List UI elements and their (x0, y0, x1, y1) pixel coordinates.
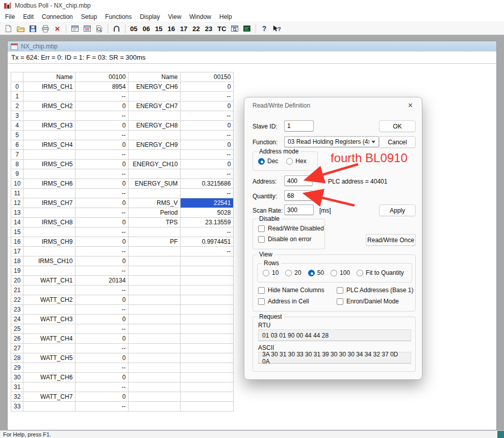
value-cell[interactable]: 0 (75, 295, 129, 305)
name-cell[interactable] (129, 276, 181, 286)
document-title-bar[interactable]: NX_chip.mbp (8, 41, 496, 51)
disable-disable-on-error-checkbox[interactable]: Disable on error (258, 236, 324, 243)
menu-window[interactable]: Window (185, 12, 215, 22)
menu-file[interactable]: File (1, 12, 19, 22)
name-cell[interactable] (23, 131, 75, 140)
value-cell[interactable]: -- (75, 344, 129, 353)
name-cell[interactable] (129, 392, 181, 402)
apply-button[interactable]: Apply (379, 204, 416, 216)
name-cell[interactable] (23, 111, 75, 121)
value-cell[interactable]: 0 (75, 315, 129, 324)
name-cell[interactable] (129, 111, 181, 121)
name-cell[interactable]: ENERGY_CH9 (129, 140, 181, 150)
name-cell[interactable] (129, 256, 181, 266)
ok-button[interactable]: OK (379, 120, 416, 132)
value-cell[interactable]: -- (181, 131, 234, 140)
function-06-button[interactable]: 06 (140, 25, 152, 33)
menu-help[interactable]: Help (215, 12, 236, 22)
address-mode-option-hex[interactable]: Hex (286, 158, 306, 165)
name-cell[interactable] (129, 92, 181, 101)
name-cell[interactable] (129, 334, 181, 344)
value-cell[interactable]: -- (181, 92, 234, 101)
value-cell[interactable] (181, 382, 234, 392)
name-cell[interactable]: IRMS_CH10 (23, 256, 75, 266)
menu-display[interactable]: Display (136, 12, 164, 22)
save-button[interactable] (27, 23, 39, 34)
quantity-input[interactable] (284, 190, 313, 201)
function-23-button[interactable]: 23 (203, 25, 214, 33)
name-cell[interactable] (129, 315, 181, 324)
value-cell[interactable]: -- (75, 131, 129, 140)
slave-id-input[interactable] (284, 120, 314, 132)
value-cell[interactable]: 0.9974451 (181, 237, 234, 247)
name-cell[interactable]: WATT_CH4 (23, 334, 75, 344)
name-cell[interactable] (23, 344, 75, 353)
name-cell[interactable]: IRMS_CH4 (23, 140, 75, 150)
value-cell[interactable]: -- (181, 169, 234, 179)
print-preview-button[interactable] (93, 23, 105, 34)
name-cell[interactable] (129, 169, 181, 179)
value-cell[interactable]: -- (181, 247, 234, 256)
name-cell[interactable] (23, 247, 75, 256)
value-cell[interactable]: -- (75, 169, 129, 179)
name-cell[interactable]: WATT_CH7 (23, 392, 75, 402)
name-cell[interactable] (129, 227, 181, 237)
value-cell[interactable]: 8954 (75, 82, 129, 92)
value-cell[interactable]: 0 (75, 218, 129, 227)
value-cell[interactable]: -- (181, 111, 234, 121)
close-icon[interactable]: × (406, 100, 415, 111)
function-17-button[interactable]: 17 (178, 25, 189, 33)
function-select[interactable]: 03 Read Holding Registers (4x) (284, 136, 379, 147)
value-cell[interactable]: 5028 (181, 208, 234, 218)
value-cell[interactable] (181, 305, 234, 315)
rows-option-50[interactable]: 50 (308, 269, 324, 276)
disable-read-write-disabled-checkbox[interactable]: Read/Write Disabled (258, 225, 324, 232)
rows-option-100[interactable]: 100 (331, 269, 350, 276)
view-enron-daniel-mode-checkbox[interactable]: Enron/Daniel Mode (337, 298, 413, 305)
name-cell[interactable] (23, 227, 75, 237)
value-cell[interactable]: -- (75, 111, 129, 121)
communication-window-button[interactable] (81, 23, 93, 34)
value-cell[interactable] (181, 266, 234, 276)
value-cell[interactable]: -- (75, 324, 129, 334)
value-cell[interactable]: 23.13559 (181, 218, 234, 227)
name-cell[interactable] (129, 305, 181, 315)
value-cell[interactable]: 0 (75, 373, 129, 382)
value-cell[interactable]: 0 (181, 140, 234, 150)
value-cell[interactable]: -- (181, 189, 234, 198)
name-cell[interactable] (23, 305, 75, 315)
name-cell[interactable]: ENERGY_SUM (129, 179, 181, 189)
value-cell[interactable] (181, 276, 234, 286)
name-cell[interactable]: WATT_CH5 (23, 353, 75, 363)
value-cell[interactable] (181, 286, 234, 295)
menu-edit[interactable]: Edit (19, 12, 38, 22)
name-cell[interactable] (129, 286, 181, 295)
communication-traffic-button[interactable] (241, 23, 253, 34)
value-cell[interactable]: 0 (75, 140, 129, 150)
name-cell[interactable] (129, 247, 181, 256)
name-cell[interactable]: WATT_CH6 (23, 373, 75, 382)
name-cell[interactable] (129, 373, 181, 382)
value-cell[interactable]: 0 (181, 82, 234, 92)
name-cell[interactable] (129, 150, 181, 160)
value-cell[interactable]: -- (75, 402, 129, 411)
name-cell[interactable]: WATT_CH2 (23, 295, 75, 305)
context-help-button[interactable]: ? (271, 23, 283, 34)
view-hide-name-columns-checkbox[interactable]: Hide Name Columns (258, 287, 336, 294)
value-cell[interactable] (181, 392, 234, 402)
value-cell[interactable]: -- (181, 227, 234, 237)
name-cell[interactable] (129, 363, 181, 373)
value-cell[interactable]: -- (75, 189, 129, 198)
address-input[interactable] (284, 175, 313, 186)
value-cell[interactable]: 0 (75, 334, 129, 344)
value-cell[interactable] (181, 324, 234, 334)
name-cell[interactable]: IRMS_CH6 (23, 179, 75, 189)
name-cell[interactable]: IRMS_CH2 (23, 101, 75, 111)
name-cell[interactable]: IRMS_CH5 (23, 160, 75, 169)
display-bar-button[interactable] (69, 23, 81, 34)
function-16-button[interactable]: 16 (165, 25, 177, 33)
name-cell[interactable]: RMS_V (129, 198, 181, 208)
name-cell[interactable] (129, 131, 181, 140)
name-cell[interactable] (23, 266, 75, 276)
rows-option-10[interactable]: 10 (263, 269, 279, 276)
